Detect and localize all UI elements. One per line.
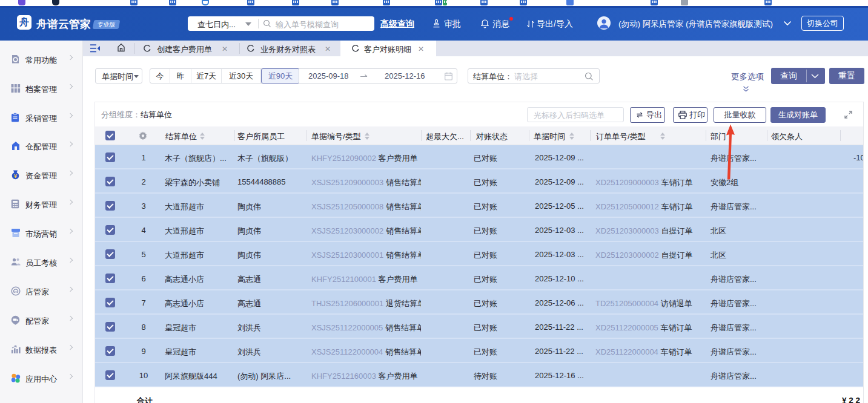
- svg-text:¥: ¥: [14, 173, 17, 179]
